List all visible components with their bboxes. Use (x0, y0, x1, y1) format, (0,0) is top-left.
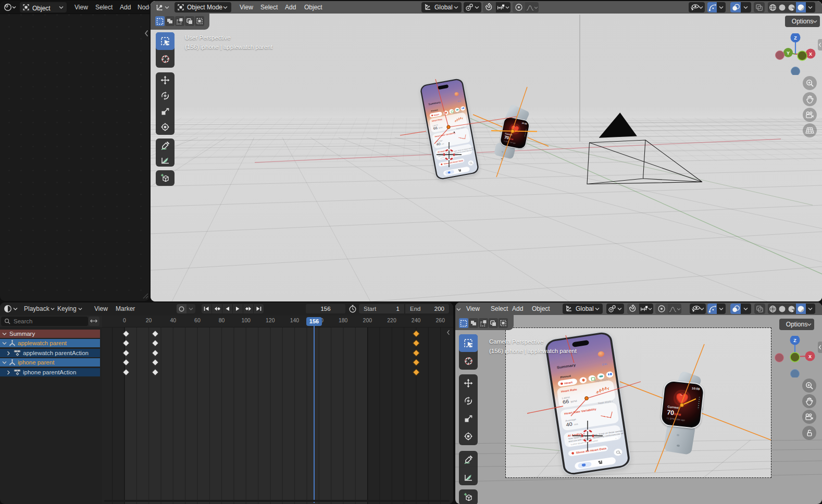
svg-text:Z: Z (793, 338, 796, 343)
svg-text:X: X (809, 52, 812, 57)
svg-text:Y: Y (787, 51, 790, 56)
svg-text:X: X (808, 354, 812, 359)
svg-text:Z: Z (794, 35, 797, 41)
